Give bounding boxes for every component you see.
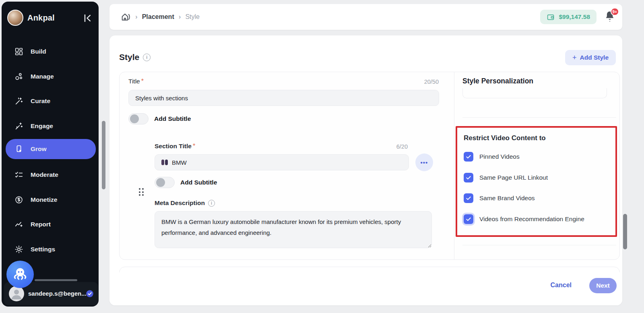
section-add-subtitle-row: Add Subtitle	[155, 177, 217, 188]
divider	[462, 117, 616, 118]
device-play-icon	[14, 145, 23, 153]
meta-description-textarea[interactable]: BMW is a German luxury automobile manufa…	[155, 211, 432, 248]
info-icon[interactable]: i	[143, 54, 151, 61]
section-char-counter: 6/20	[396, 143, 408, 150]
checkbox-checked-icon[interactable]	[464, 152, 473, 162]
sidebar-item-curate[interactable]: Curate	[6, 92, 96, 110]
sidebar-item-engage[interactable]: Engage	[6, 117, 96, 135]
add-style-button[interactable]: + Add Style	[565, 50, 616, 65]
required-marker: *	[141, 78, 144, 85]
add-subtitle-toggle[interactable]	[128, 113, 149, 124]
restrict-heading: Restrict Video Content to	[464, 134, 546, 142]
section-title-label: Section Title*	[155, 143, 195, 150]
app-name: Ankpal	[27, 13, 55, 23]
sidebar-item-monetize[interactable]: Monetize	[6, 191, 96, 209]
bmw-emoji-icon	[161, 160, 168, 165]
form-footer: Cancel Next	[109, 272, 622, 305]
toggle-knob	[156, 178, 165, 187]
cancel-button[interactable]: Cancel	[548, 281, 574, 289]
add-subtitle-row: Add Subtitle	[128, 113, 191, 124]
option-pinned-videos[interactable]: Pinned Videos	[464, 152, 520, 162]
page-title: Style i	[119, 52, 151, 62]
breadcrumb-placement[interactable]: Placement	[142, 13, 174, 21]
sidebar-item-moderate[interactable]: Moderate	[6, 166, 96, 184]
page-vertical-scrollbar[interactable]	[102, 121, 105, 189]
breadcrumb-style: Style	[185, 13, 200, 21]
app: Ankpal Build Manage	[0, 0, 644, 313]
checkbox-checked-icon[interactable]	[464, 193, 473, 203]
sidebar: Ankpal Build Manage	[2, 2, 99, 307]
cutoff-field	[462, 88, 607, 98]
required-marker: *	[193, 143, 195, 149]
sidebar-item-settings[interactable]: Settings	[6, 240, 96, 258]
nodes-icon	[14, 72, 23, 81]
sidebar-item-label: Curate	[31, 97, 50, 105]
checklist-icon	[14, 170, 23, 179]
sidebar-item-label: Manage	[31, 73, 54, 80]
sidebar-item-manage[interactable]: Manage	[6, 68, 96, 85]
sidebar-item-label: Report	[31, 221, 51, 228]
breadcrumb-bar: › Placement › Style $99,147.58 9+	[109, 4, 622, 30]
user-email: sandeep.s@begen...	[28, 290, 87, 297]
section-add-subtitle-toggle[interactable]	[155, 177, 175, 188]
user-avatar	[9, 286, 24, 301]
title-char-counter: 20/50	[424, 79, 439, 85]
sidebar-item-build[interactable]: Build	[6, 43, 96, 60]
wand-icon	[14, 97, 23, 106]
section-drag-handle-icon[interactable]	[139, 188, 145, 198]
next-button[interactable]: Next	[589, 278, 617, 293]
personalization-title: Style Personalization	[462, 77, 533, 85]
info-icon[interactable]: i	[208, 200, 215, 207]
dollar-circle-icon	[14, 195, 23, 204]
checkbox-checked-icon[interactable]	[464, 214, 473, 224]
panel-vertical-scrollbar[interactable]	[623, 214, 627, 249]
verified-badge-icon	[85, 289, 94, 298]
style-personalization-panel: Style Personalization Restrict Video Con…	[454, 72, 620, 259]
meta-description-label: Meta Description i	[155, 199, 215, 207]
grid-icon	[14, 47, 23, 56]
add-subtitle-label: Add Subtitle	[154, 115, 191, 122]
option-videos-from-recommendation-engine[interactable]: Videos from Recommendation Engine	[464, 214, 584, 224]
sidebar-item-report[interactable]: Report	[6, 216, 96, 233]
option-same-brand-videos[interactable]: Same Brand Videos	[464, 193, 535, 203]
section-more-button[interactable]: •••	[415, 153, 433, 171]
section-add-subtitle-label: Add Subtitle	[180, 179, 217, 186]
divider	[462, 245, 616, 245]
wallet-balance: $99,147.58	[559, 13, 590, 21]
assistant-octopus-button[interactable]	[6, 261, 34, 288]
notification-count-badge: 9+	[611, 8, 619, 16]
sidebar-item-label: Build	[31, 48, 46, 55]
wallet-balance-badge[interactable]: $99,147.58	[540, 10, 597, 24]
sidebar-item-label: Engage	[31, 122, 53, 130]
sidebar-horizontal-scrollbar[interactable]	[35, 279, 77, 281]
restrict-video-highlight-box: Restrict Video Content to Pinned Videos …	[456, 126, 617, 237]
octopus-icon	[12, 266, 29, 283]
plus-icon: +	[572, 54, 577, 62]
section-title-input[interactable]: BMW	[155, 154, 409, 170]
wand-sparkles-icon	[14, 122, 23, 131]
title-label: Title*	[128, 78, 144, 85]
sidebar-item-label: Grow	[31, 145, 47, 153]
section-title-value: BMW	[172, 159, 187, 166]
breadcrumb-separator: ›	[135, 13, 138, 21]
toggle-knob	[130, 114, 139, 123]
workspace-avatar[interactable]	[7, 10, 23, 26]
style-editor-container: Title* 20/50 Add Subtitle Section Title*…	[119, 72, 620, 260]
gear-icon	[14, 245, 23, 254]
sidebar-item-grow[interactable]: Grow	[6, 139, 96, 159]
home-icon[interactable]	[121, 12, 131, 22]
style-panel: Style i + Add Style Title* 20/50 Add Sub…	[109, 35, 622, 305]
option-same-page-url-linkout[interactable]: Same Page URL Linkout	[464, 173, 548, 182]
style-form: Title* 20/50 Add Subtitle Section Title*…	[120, 72, 454, 259]
sidebar-collapse-icon[interactable]	[83, 13, 93, 23]
breadcrumb-separator: ›	[179, 13, 181, 21]
wallet-icon	[547, 13, 555, 21]
sidebar-item-label: Monetize	[31, 196, 57, 203]
title-input[interactable]	[128, 90, 439, 106]
sidebar-item-label: Moderate	[31, 171, 58, 178]
trend-icon	[14, 220, 23, 229]
checkbox-checked-icon[interactable]	[464, 173, 473, 182]
notifications-button[interactable]: 9+	[604, 10, 617, 24]
sidebar-item-label: Settings	[31, 246, 55, 253]
